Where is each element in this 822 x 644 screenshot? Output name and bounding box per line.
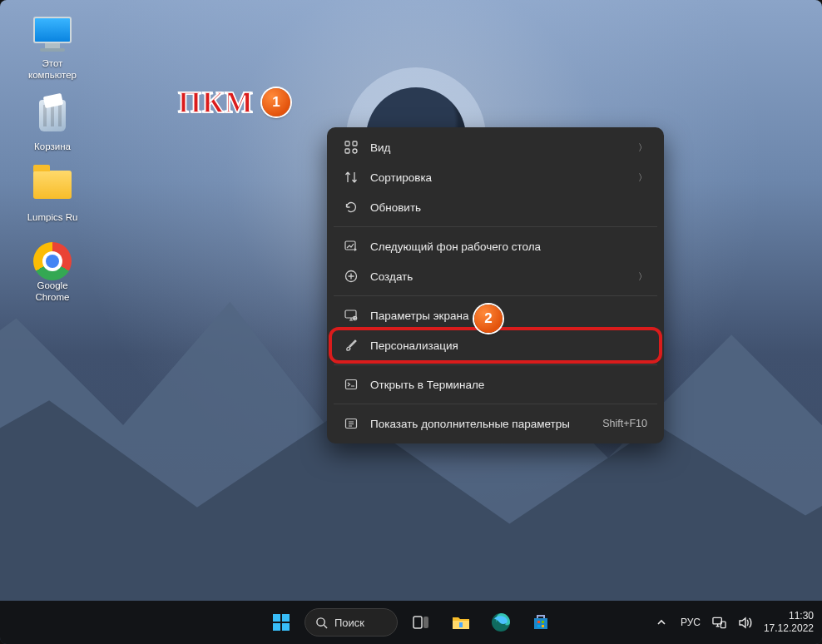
chevron-right-icon: 〉	[638, 270, 647, 283]
refresh-icon	[344, 200, 359, 215]
menu-item-more-options[interactable]: Показать дополнительные параметры Shift+…	[332, 409, 659, 438]
svg-rect-2	[345, 149, 349, 153]
system-tray: РУС 11:30 17.12.2022	[655, 610, 814, 635]
tray-date: 17.12.2022	[764, 622, 814, 635]
menu-item-view[interactable]: Вид 〉	[332, 132, 659, 162]
menu-separator	[334, 364, 657, 365]
menu-item-shortcut: Shift+F10	[602, 418, 647, 429]
menu-item-label: Персонализация	[370, 339, 647, 352]
svg-point-14	[317, 617, 324, 625]
desktop-icon-this-pc[interactable]: Этот компьютер	[15, 17, 90, 82]
recycle-bin-icon	[32, 100, 73, 138]
annotation-marker-2: 2	[474, 305, 503, 333]
folder-icon	[32, 171, 73, 209]
search-placeholder: Поиск	[334, 617, 364, 629]
paintbrush-icon	[344, 338, 359, 353]
taskbar-item-edge[interactable]	[484, 606, 517, 639]
menu-separator	[334, 295, 657, 296]
explorer-icon	[451, 612, 471, 632]
monitor-icon	[32, 17, 73, 55]
svg-rect-1	[353, 141, 357, 146]
svg-rect-0	[345, 141, 349, 146]
windows-icon	[271, 612, 291, 632]
svg-point-3	[353, 149, 357, 153]
annotation-rmb: ПКМ 1	[178, 85, 290, 120]
tray-volume-button[interactable]	[738, 616, 752, 630]
svg-rect-8	[346, 380, 357, 389]
svg-rect-18	[459, 622, 463, 627]
sort-icon	[344, 170, 359, 185]
tray-overflow-button[interactable]	[655, 616, 669, 630]
menu-item-personalization[interactable]: Персонализация	[332, 330, 659, 360]
svg-rect-11	[282, 614, 290, 622]
menu-item-label: Показать дополнительные параметры	[370, 418, 602, 430]
network-icon	[712, 616, 726, 629]
desktop-icon-label: Google Chrome	[15, 280, 90, 304]
taskbar-item-store[interactable]	[524, 606, 557, 639]
svg-rect-22	[537, 625, 540, 627]
menu-separator	[334, 404, 657, 404]
search-icon	[315, 617, 328, 629]
desktop-icon-label: Корзина	[15, 141, 90, 153]
edge-icon	[491, 612, 511, 632]
menu-item-label: Следующий фон рабочего стола	[370, 240, 647, 253]
menu-item-open-terminal[interactable]: Открыть в Терминале	[332, 369, 659, 399]
annotation-marker-1: 1	[262, 88, 290, 116]
desktop-icon-folder[interactable]: Lumpics Ru	[15, 171, 90, 224]
menu-item-new[interactable]: Создать 〉	[332, 261, 659, 291]
task-view-button[interactable]	[404, 606, 438, 639]
menu-item-next-background[interactable]: Следующий фон рабочего стола	[332, 231, 659, 261]
menu-item-label: Обновить	[370, 201, 647, 214]
desktop-icon-chrome[interactable]: Google Chrome	[15, 242, 90, 304]
desktop-icon-label: Lumpics Ru	[15, 212, 90, 224]
menu-item-sort[interactable]: Сортировка 〉	[332, 162, 659, 192]
chevron-up-icon	[656, 617, 666, 627]
svg-rect-10	[273, 614, 280, 622]
desktop-icon-recycle-bin[interactable]: Корзина	[15, 100, 90, 153]
desktop-context-menu: Вид 〉 Сортировка 〉 Обновить Следующий фо…	[327, 127, 664, 443]
svg-rect-13	[282, 623, 290, 631]
svg-rect-23	[542, 625, 544, 627]
more-options-icon	[344, 416, 359, 431]
store-icon	[531, 612, 551, 632]
menu-item-label: Сортировка	[370, 171, 638, 184]
tray-clock[interactable]: 11:30 17.12.2022	[764, 610, 814, 635]
chrome-icon	[33, 242, 72, 280]
svg-rect-20	[537, 621, 540, 623]
grid-icon	[344, 140, 359, 155]
start-button[interactable]	[265, 606, 298, 639]
annotation-text: ПКМ	[178, 85, 254, 120]
svg-rect-4	[345, 241, 355, 250]
svg-rect-15	[413, 617, 422, 628]
menu-item-label: Открыть в Терминале	[370, 379, 647, 391]
taskbar: Поиск	[0, 601, 822, 644]
chevron-right-icon: 〉	[638, 141, 647, 154]
menu-item-label: Параметры экрана	[370, 310, 647, 322]
picture-next-icon	[344, 239, 359, 254]
menu-separator	[334, 226, 657, 227]
terminal-icon	[344, 377, 359, 392]
desktop-icon-label: Этот компьютер	[15, 58, 90, 82]
taskbar-search[interactable]: Поиск	[305, 608, 398, 637]
menu-item-label: Создать	[370, 270, 638, 283]
taskbar-item-explorer[interactable]	[444, 606, 478, 639]
svg-rect-12	[273, 623, 280, 631]
tray-network-button[interactable]	[712, 616, 726, 630]
display-settings-icon	[344, 308, 359, 323]
task-view-icon	[412, 613, 430, 632]
desktop[interactable]: Этот компьютер Корзина Lumpics Ru Google…	[0, 0, 822, 644]
menu-item-label: Вид	[370, 141, 638, 154]
tray-time: 11:30	[764, 610, 814, 622]
svg-rect-21	[542, 621, 544, 623]
chevron-right-icon: 〉	[638, 171, 647, 184]
new-icon	[344, 269, 359, 284]
menu-item-refresh[interactable]: Обновить	[332, 192, 659, 222]
volume-icon	[738, 616, 752, 630]
tray-language[interactable]: РУС	[681, 617, 701, 628]
svg-rect-16	[423, 617, 428, 628]
